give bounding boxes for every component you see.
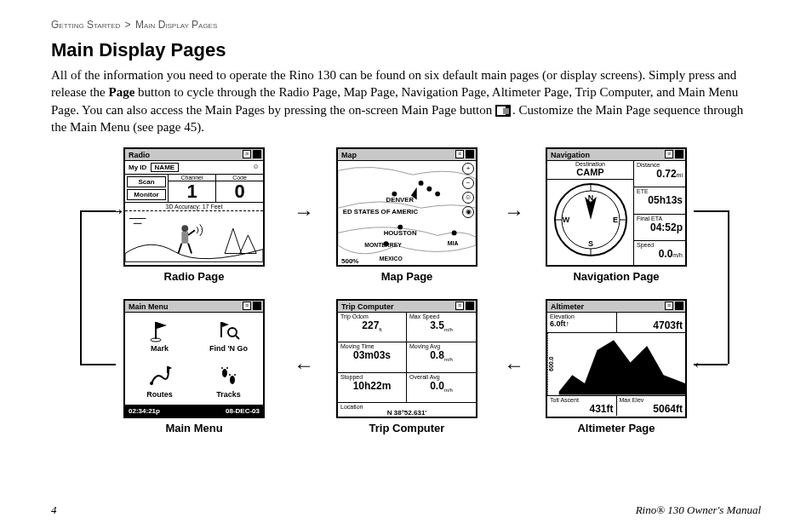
page-footer: 4 Rino® 130 Owner's Manual [51,503,761,517]
svg-point-2 [181,225,188,232]
map-label-mexico: MEXICO [380,256,403,262]
radio-myid-row: My ID NAME ☺ [125,161,263,175]
tc-lbl: Max Speed [409,313,473,319]
menu-label: Tracks [216,390,241,399]
tc-val: 10h22m [353,380,392,392]
menu-date: 08-DEC-03 [226,405,260,417]
titlebar-icon [466,150,474,158]
channel-value: 1 [169,181,215,202]
titlebar-icon [253,150,261,158]
loc-lon: W094°47.076' [386,416,428,418]
ascent-value: 431ft [550,403,614,415]
titlebar-icon [675,150,683,158]
map-screen: Map ≡ DENVER ED STATES OF AMERIC HOUSTON [336,147,477,267]
nav-screen: Navigation ≡ Destination CAMP N [546,147,687,267]
elev-label: Elevation [550,313,614,319]
menu-titlebar: Main Menu ≡ [125,301,263,313]
svg-text:W: W [563,216,570,224]
titlebar-icon: ≡ [243,150,251,158]
page-title: Main Display Pages [51,39,761,61]
alt-caption: Altimeter Page [541,422,691,434]
svg-point-33 [221,367,223,369]
titlebar-icon: ≡ [665,302,673,310]
svg-rect-24 [155,322,157,339]
monitor-button[interactable]: Monitor [127,189,166,200]
radio-scene-illustration [125,211,263,262]
nav-speed-val: 0.0 [659,248,673,260]
flow-line [728,210,729,364]
page-number: 4 [51,503,57,517]
menu-item-tracks[interactable]: Tracks [194,359,263,405]
arrow-right-1: → [294,200,314,224]
map-label-miami: MIA [448,240,459,246]
nav-ete-val: 05h13s [648,194,683,206]
svg-line-6 [188,230,195,235]
menu-item-routes[interactable]: Routes [125,359,194,405]
menu-time: 02:34:21p [129,405,160,417]
map-canvas: DENVER ED STATES OF AMERIC HOUSTON MONTE… [338,161,476,267]
menu-item-find[interactable]: Find 'N Go [194,313,263,359]
radio-page-figure: Radio ≡ My ID NAME ☺ Scan Monitor Channe… [119,147,269,283]
routes-icon [148,365,172,388]
tc-val: 3.5 [430,319,444,331]
menu-label: Find 'N Go [209,344,248,353]
map-pan-icon[interactable]: ◉ [462,206,474,218]
menu-label: Mark [151,344,169,353]
radio-screen: Radio ≡ My ID NAME ☺ Scan Monitor Channe… [123,147,265,267]
trip-caption: Trip Computer [332,422,482,434]
svg-point-9 [426,187,432,192]
svg-point-8 [419,181,424,186]
nav-ete-label: ETE [637,188,683,194]
svg-point-29 [150,382,153,385]
svg-text:E: E [613,216,618,224]
elevation-profile-chart: 600.0 0.5mi [547,333,685,396]
arrow-right-2: → [504,200,524,224]
tc-val: 227 [362,319,379,331]
tc-val: 0.0 [430,380,444,392]
tc-val: 03m03s [353,349,391,361]
map-zoom-out-icon[interactable]: − [462,177,474,189]
tc-lbl: Moving Avg [409,343,473,349]
myid-value: NAME [151,163,180,172]
alt-y-range: 600.0 [547,333,559,395]
arrow-left-3: ← [691,354,710,376]
radio-title: Radio [129,151,150,159]
nav-title: Navigation [551,151,590,159]
breadcrumb-section: Getting Started [51,19,120,31]
menu-label: Routes [146,390,173,399]
nav-dist-label: Distance [637,162,683,168]
titlebar-icon: ≡ [455,150,464,158]
svg-point-34 [226,367,228,369]
dest-value: CAMP [547,167,633,180]
map-label-denver: DENVER [386,196,415,204]
menu-item-mark[interactable]: Mark [125,313,194,359]
elev-rate: 6.0ft↑ [550,319,614,328]
map-title: Map [341,151,357,159]
trip-computer-figure: Trip Computer ≡ Trip Odom227ft Max Speed… [332,299,482,434]
svg-point-31 [222,369,227,377]
radio-titlebar: Radio ≡ [125,149,263,161]
svg-point-35 [229,374,231,376]
nav-titlebar: Navigation ≡ [547,149,685,161]
trip-titlebar: Trip Computer ≡ [338,301,476,313]
map-zoom-in-icon[interactable]: + [462,163,474,175]
alt-screen: Altimeter ≡ Elevation6.0ft↑ 4703ft 600.0… [546,299,687,418]
map-page-figure: Map ≡ DENVER ED STATES OF AMERIC HOUSTON [332,147,482,283]
map-layer-icon[interactable]: ☺ [462,192,474,204]
tc-val: 0.8 [430,349,444,361]
tc-lbl: Overall Avg [409,374,473,380]
tracks-icon [217,365,241,388]
nav-eta-val: 04:52p [650,221,683,233]
compass-icon: N S E W [552,181,629,258]
svg-point-36 [234,374,236,376]
trip-title: Trip Computer [341,302,394,311]
alt-x-scale: 0.5mi [666,388,682,394]
svg-text:S: S [588,239,593,248]
maxelev-label: Max Elev [620,397,683,403]
nav-caption: Navigation Page [541,270,691,283]
scan-button[interactable]: Scan [127,176,166,187]
flow-line [80,210,82,364]
svg-line-28 [236,336,239,339]
titlebar-icon [253,302,261,310]
titlebar-icon: ≡ [665,150,673,158]
